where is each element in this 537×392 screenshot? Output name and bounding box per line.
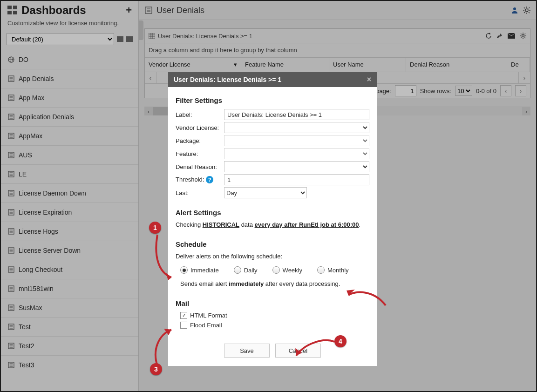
globe-icon <box>7 56 15 63</box>
close-icon[interactable]: × <box>367 75 371 84</box>
svg-point-75 <box>513 7 516 10</box>
label-last: Last: <box>176 189 224 196</box>
sidebar-item-label: Test3 <box>19 361 34 369</box>
last-select[interactable]: Day <box>224 187 307 198</box>
sidebar-item-mnl1581win[interactable]: mnl1581win <box>1 279 138 298</box>
reason-select[interactable] <box>224 161 369 172</box>
user-icon[interactable] <box>511 7 518 14</box>
package-select[interactable] <box>224 135 369 146</box>
pager-goto-input[interactable] <box>395 85 416 96</box>
sidebar-item-label: License Daemon Down <box>19 189 86 197</box>
report-icon <box>7 209 15 216</box>
sidebar-item-aus[interactable]: AUS <box>1 145 138 164</box>
pager-prev[interactable]: ‹ <box>500 85 511 96</box>
pager-next[interactable]: › <box>515 85 526 96</box>
mail-heading: Mail <box>176 299 369 307</box>
sidebar-item-long-checkout[interactable]: Long Checkout <box>1 260 138 279</box>
sidebar-item-label: App Denials <box>19 75 54 82</box>
svg-line-96 <box>521 34 522 34</box>
label-reason: Denial Reason: <box>176 163 224 170</box>
schedule-hint: Deliver alerts on the following schedule… <box>176 253 369 260</box>
column-feature-name[interactable]: Feature Name <box>241 58 329 72</box>
sidebar-item-license-expiration[interactable]: License Expiration <box>1 203 138 222</box>
grid-scroll-left[interactable]: ‹ <box>145 72 156 83</box>
sidebar-item-label: DO <box>19 56 28 63</box>
sidebar-item-license-hogs[interactable]: License Hogs <box>1 222 138 241</box>
sidebar-item-appmax[interactable]: AppMax <box>1 126 138 145</box>
threshold-input[interactable] <box>224 174 369 185</box>
column-denial-reason[interactable]: Denial Reason <box>406 58 507 72</box>
svg-rect-3 <box>13 11 17 14</box>
sidebar-item-app-max[interactable]: App Max <box>1 88 138 107</box>
hscroll-right[interactable]: › <box>522 107 530 115</box>
folder-open-icon[interactable] <box>126 36 133 42</box>
radio-immediate[interactable]: Immediate <box>180 266 219 274</box>
radio-weekly[interactable]: Weekly <box>272 266 302 274</box>
report-icon <box>7 228 15 235</box>
group-drop-hint[interactable]: Drag a column and drop it here to group … <box>145 43 530 58</box>
sidebar-item-label: App Max <box>19 94 44 101</box>
sidebar-item-label: AUS <box>19 151 32 159</box>
svg-line-83 <box>529 7 530 8</box>
add-dashboard-button[interactable]: + <box>126 4 132 16</box>
sidebar-item-test2[interactable]: Test2 <box>1 336 138 355</box>
sidebar-item-label: License Expiration <box>19 209 72 216</box>
column-truncated[interactable]: De <box>507 58 530 72</box>
sidebar-item-le[interactable]: LE <box>1 164 138 183</box>
refresh-icon[interactable] <box>485 33 492 39</box>
sidebar-item-do[interactable]: DO <box>1 50 138 69</box>
save-button[interactable]: Save <box>224 344 270 358</box>
svg-line-84 <box>524 12 525 13</box>
radio-daily[interactable]: Daily <box>234 266 258 274</box>
cancel-button[interactable]: Cancel <box>275 344 321 358</box>
sidebar-collapse-handle[interactable] <box>139 20 143 40</box>
report-icon <box>7 190 15 196</box>
sidebar-item-test[interactable]: Test <box>1 317 138 336</box>
label-feature: Feature: <box>176 150 224 157</box>
report-icon <box>7 247 15 254</box>
report-icon <box>144 7 153 14</box>
radio-monthly[interactable]: Monthly <box>317 266 349 274</box>
svg-line-97 <box>524 37 525 38</box>
pager-rows-select[interactable]: 10 <box>455 86 472 96</box>
feature-select[interactable] <box>224 148 369 159</box>
report-icon <box>7 152 15 158</box>
column-vendor-license[interactable]: Vendor License▾ <box>145 58 241 72</box>
mail-icon[interactable] <box>508 33 515 39</box>
folder-icon[interactable] <box>117 36 123 42</box>
sidebar-item-label: AppMax <box>19 132 42 140</box>
dashboard-selector[interactable]: Default (20) <box>7 33 114 45</box>
grid-scroll-right[interactable]: › <box>518 72 530 83</box>
sidebar-item-label: Test <box>19 323 31 331</box>
page-title: User Denials <box>144 6 506 15</box>
report-icon <box>7 343 15 349</box>
sidebar-item-license-server-down[interactable]: License Server Down <box>1 241 138 260</box>
sidebar-item-app-denials[interactable]: App Denials <box>1 69 138 88</box>
sidebar-item-license-daemon-down[interactable]: License Daemon Down <box>1 183 138 203</box>
checkbox-flood-email[interactable]: Flood Email <box>180 322 369 329</box>
svg-point-76 <box>525 9 528 12</box>
gear-icon[interactable] <box>523 7 530 14</box>
label-input[interactable] <box>224 109 369 120</box>
panel-gear-icon[interactable] <box>520 33 526 39</box>
sidebar-item-label: License Hogs <box>19 228 58 235</box>
vendor-select[interactable] <box>224 122 369 133</box>
checkbox-html-format[interactable]: ✓HTML Format <box>180 312 369 319</box>
chevron-down-icon[interactable]: ▾ <box>234 58 237 72</box>
sidebar-item-application-denials[interactable]: Application Denials <box>1 107 138 126</box>
label-label: Label: <box>176 111 224 118</box>
report-icon <box>7 266 15 273</box>
report-icon <box>7 304 15 311</box>
dialog-title: User Denials: License Denials >= 1 <box>174 76 281 83</box>
label-threshold: Threshold:? <box>176 176 224 183</box>
hscroll-left[interactable]: ‹ <box>144 107 153 115</box>
label-package: Package: <box>176 137 224 144</box>
svg-rect-85 <box>149 33 155 39</box>
wrench-icon[interactable] <box>496 33 503 39</box>
sidebar-item-label: Long Checkout <box>19 266 62 273</box>
sidebar: Dashboards + Customizable view for licen… <box>1 1 139 391</box>
help-icon[interactable]: ? <box>206 176 213 183</box>
column-user-name[interactable]: User Name <box>329 58 406 72</box>
sidebar-item-test3[interactable]: Test3 <box>1 355 138 374</box>
sidebar-item-susmax[interactable]: SusMax <box>1 298 138 317</box>
